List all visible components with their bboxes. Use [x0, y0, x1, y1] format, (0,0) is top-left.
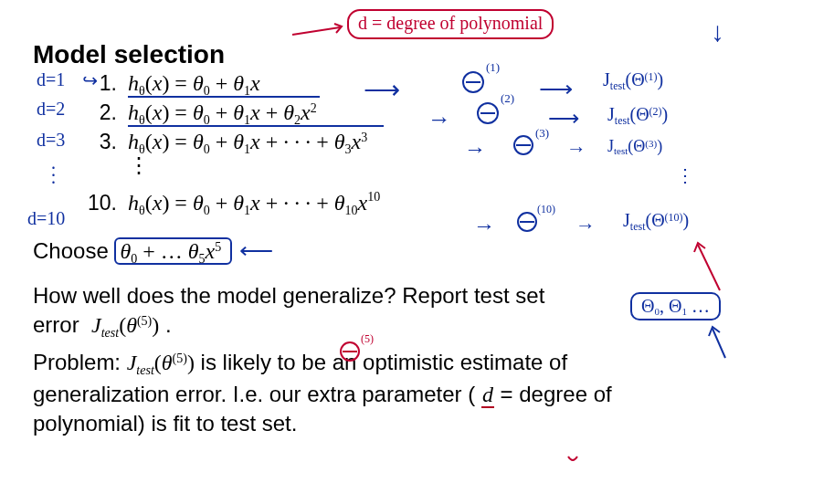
slide-title: Model selection: [33, 40, 801, 69]
arrow-left-choose: ⟵: [239, 237, 273, 264]
arrow-to-j-1: ⟶: [539, 75, 571, 103]
arrow-long-10: →: [473, 214, 495, 238]
down-arrow-top: ↓: [711, 16, 724, 47]
jtest-10: Jtest(Θ(10)): [623, 210, 689, 234]
model-10: hθ(x) = θ0 + θ1x + · · · + θ10x10: [128, 190, 380, 218]
arrow-long-1: ⟶: [364, 75, 398, 105]
arrow-to-j-2: ⟶: [548, 106, 579, 131]
problem-line1: Problem: Jtest(θ(5)) is likely to be an …: [33, 348, 801, 380]
model-2: hθ(x) = θ0 + θ1x + θ2x2: [128, 100, 317, 128]
hand-d3: d=3: [37, 130, 65, 151]
problem-line3: polynomial) is fit to test set.: [33, 409, 801, 438]
theta-sup-2: (2): [501, 91, 514, 106]
model-1: hθ(x) = θ0 + θ1x: [128, 71, 260, 99]
svg-line-2: [292, 27, 340, 35]
arrow-to-j-3: →: [566, 137, 586, 161]
arrow-to-box: [292, 20, 347, 38]
theta-sup-10: (10): [537, 203, 555, 216]
hook-arrow-1: ↩: [82, 69, 98, 91]
choose-line: Choose θ0 + … θ5x5 ⟵: [33, 235, 801, 268]
choose-expr: θ0 + … θ5x5: [114, 237, 232, 265]
theta-sup-3: (3): [535, 126, 549, 141]
arrow-long-2: →: [428, 106, 451, 133]
arrow-to-j-10: →: [575, 214, 596, 237]
hand-d10: d=10: [27, 208, 65, 229]
box-degree: d = degree of polynomial: [347, 9, 554, 39]
list-num-3: 3.: [88, 130, 117, 154]
hand-d2: d=2: [37, 99, 65, 120]
problem-label: Problem:: [33, 350, 127, 374]
arrow-long-3: →: [464, 137, 486, 162]
vdots-jtest: ⋮: [676, 164, 694, 186]
hand-vdots: ···: [51, 164, 56, 186]
list-num-2: 2.: [88, 100, 117, 125]
problem-line2: generalization error. I.e. our extra par…: [33, 380, 801, 409]
red-theta5-sup: (5): [361, 332, 374, 346]
jtest-3: Jtest(Θ(3)): [607, 137, 662, 156]
list-num-10: 10.: [88, 191, 117, 215]
jtest-1: Jtest(Θ(1)): [603, 69, 663, 93]
hand-d1: d=1: [37, 69, 65, 90]
model-3: hθ(x) = θ0 + θ1x + · · · + θ3x3: [128, 130, 367, 157]
theta-list-box: Θ0, Θ1 …: [630, 292, 721, 320]
problem-rest1: is likely to be an optimistic estimate o…: [201, 350, 568, 374]
red-tick: [566, 455, 579, 464]
theta-sup-1: (1): [486, 60, 500, 75]
choose-label: Choose: [33, 238, 114, 263]
jtest-2: Jtest(Θ(2)): [607, 104, 668, 128]
